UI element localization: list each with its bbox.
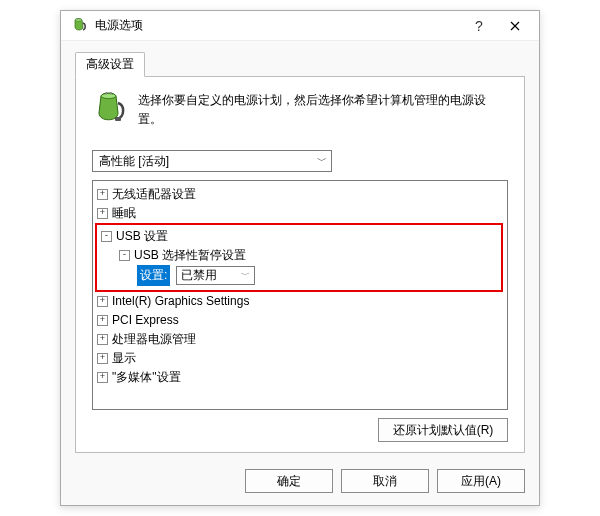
- expand-icon[interactable]: +: [97, 334, 108, 345]
- tab-panel: 选择你要自定义的电源计划，然后选择你希望计算机管理的电源设置。 高性能 [活动]…: [75, 76, 525, 453]
- highlight-usb-settings: - USB 设置 - USB 选择性暂停设置 设置: 已禁用 ﹀: [95, 223, 503, 292]
- tree-item-multimedia[interactable]: + "多媒体"设置: [93, 368, 507, 387]
- battery-icon: [92, 91, 126, 125]
- expand-icon[interactable]: +: [97, 315, 108, 326]
- dialog-buttons: 确定 取消 应用(A): [61, 459, 539, 505]
- tree-item-usb[interactable]: - USB 设置: [97, 227, 501, 246]
- restore-row: 还原计划默认值(R): [92, 410, 508, 442]
- window-title: 电源选项: [95, 17, 461, 34]
- expand-icon[interactable]: +: [97, 296, 108, 307]
- restore-defaults-button[interactable]: 还原计划默认值(R): [378, 418, 508, 442]
- svg-rect-2: [80, 18, 81, 19]
- cancel-button[interactable]: 取消: [341, 469, 429, 493]
- power-options-dialog: 电源选项 ? 高级设置: [60, 10, 540, 506]
- chevron-down-icon: ﹀: [317, 154, 327, 168]
- tree-item-display[interactable]: + 显示: [93, 349, 507, 368]
- tree-item-wireless[interactable]: + 无线适配器设置: [93, 185, 507, 204]
- dialog-content: 高级设置 选择你要自定义的电源计划，然后选择你希望计算: [61, 41, 539, 459]
- svg-rect-5: [110, 92, 112, 95]
- ok-button[interactable]: 确定: [245, 469, 333, 493]
- help-button[interactable]: ?: [461, 12, 497, 40]
- expand-icon[interactable]: +: [97, 208, 108, 219]
- svg-point-3: [101, 93, 116, 98]
- tree-item-usb-suspend[interactable]: - USB 选择性暂停设置: [97, 246, 501, 265]
- setting-label: 设置:: [137, 265, 170, 286]
- svg-point-0: [75, 18, 82, 21]
- power-plan-value: 高性能 [活动]: [99, 153, 169, 170]
- expand-icon[interactable]: +: [97, 189, 108, 200]
- chevron-down-icon: ﹀: [241, 266, 250, 285]
- tree-item-pci-express[interactable]: + PCI Express: [93, 311, 507, 330]
- expand-icon[interactable]: +: [97, 372, 108, 383]
- tree-item-sleep[interactable]: + 睡眠: [93, 204, 507, 223]
- svg-rect-1: [78, 18, 79, 19]
- svg-rect-4: [106, 92, 108, 95]
- expand-icon[interactable]: +: [97, 353, 108, 364]
- close-button[interactable]: [497, 12, 533, 40]
- tree-setting-row: 设置: 已禁用 ﹀: [97, 265, 501, 286]
- tree-item-intel-graphics[interactable]: + Intel(R) Graphics Settings: [93, 292, 507, 311]
- collapse-icon[interactable]: -: [101, 231, 112, 242]
- apply-button[interactable]: 应用(A): [437, 469, 525, 493]
- tab-advanced[interactable]: 高级设置: [75, 52, 145, 77]
- svg-rect-6: [115, 117, 121, 121]
- power-plan-select[interactable]: 高性能 [活动] ﹀: [92, 150, 332, 172]
- power-icon: [71, 18, 87, 34]
- titlebar: 电源选项 ?: [61, 11, 539, 41]
- tabstrip: 高级设置: [75, 52, 525, 77]
- setting-value-select[interactable]: 已禁用 ﹀: [176, 266, 255, 285]
- settings-tree: + 无线适配器设置 + 睡眠 - USB 设置 -: [92, 180, 508, 410]
- intro: 选择你要自定义的电源计划，然后选择你希望计算机管理的电源设置。: [92, 91, 508, 128]
- collapse-icon[interactable]: -: [119, 250, 130, 261]
- tree-item-processor-power[interactable]: + 处理器电源管理: [93, 330, 507, 349]
- intro-text: 选择你要自定义的电源计划，然后选择你希望计算机管理的电源设置。: [138, 91, 508, 128]
